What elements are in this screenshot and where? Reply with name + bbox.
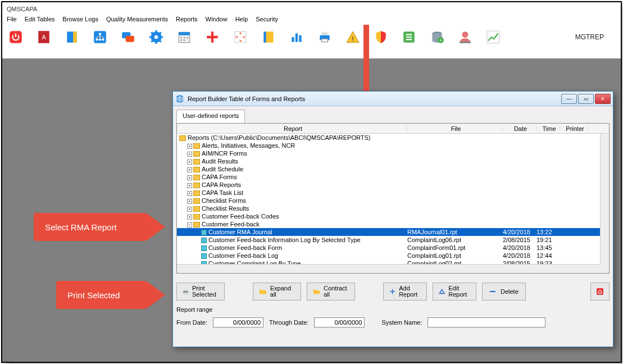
tree-row[interactable]: +Customer Feed-back Codes bbox=[177, 212, 609, 220]
vertical-scrollbar[interactable] bbox=[600, 134, 609, 264]
maximize-button[interactable]: ▭ bbox=[578, 94, 594, 104]
menu-reports[interactable]: Reports bbox=[176, 16, 198, 22]
chat-icon[interactable] bbox=[120, 29, 136, 45]
print-selected-button[interactable]: Print Selected bbox=[176, 283, 225, 301]
svg-point-13 bbox=[154, 35, 158, 39]
svg-text:!: ! bbox=[352, 35, 354, 43]
svg-rect-11 bbox=[126, 36, 134, 42]
plus-icon[interactable] bbox=[204, 29, 220, 45]
tree-row[interactable]: +Alerts, Initiatives, Messages, NCR bbox=[177, 142, 609, 149]
svg-point-6 bbox=[99, 33, 101, 35]
contacts-icon[interactable] bbox=[261, 29, 276, 45]
menu-file[interactable]: File bbox=[7, 16, 17, 22]
svg-rect-24 bbox=[292, 37, 294, 42]
printer-icon[interactable] bbox=[317, 29, 333, 45]
tree-row[interactable]: +Checklist Forms bbox=[177, 197, 609, 204]
svg-rect-43 bbox=[184, 292, 187, 294]
tree-row[interactable]: +Audit Results bbox=[177, 157, 609, 165]
tree-row[interactable]: +Checklist Results bbox=[177, 204, 609, 212]
callout-select-rma: Select RMA Report bbox=[34, 213, 146, 241]
tree-row[interactable]: +CAPA Task List bbox=[177, 189, 609, 197]
folder-open-icon bbox=[259, 287, 267, 296]
svg-rect-20 bbox=[184, 39, 185, 40]
minimize-button[interactable]: — bbox=[561, 94, 577, 104]
svg-rect-29 bbox=[322, 39, 328, 42]
col-header-time[interactable]: Time bbox=[536, 125, 560, 132]
list-icon[interactable] bbox=[401, 29, 417, 45]
report-range-label: Report range bbox=[176, 306, 610, 313]
bar-chart-icon[interactable] bbox=[289, 29, 304, 45]
from-date-input[interactable] bbox=[213, 317, 263, 327]
callout-print-selected: Print Selected bbox=[56, 281, 146, 309]
menubar: File Edit Tables Browse Logs Quality Mea… bbox=[2, 13, 621, 26]
through-date-input[interactable] bbox=[314, 317, 365, 327]
menu-browse-logs[interactable]: Browse Logs bbox=[62, 16, 98, 22]
tree-row[interactable]: +CAPA Forms bbox=[177, 173, 609, 181]
svg-rect-28 bbox=[322, 32, 328, 35]
svg-point-7 bbox=[96, 38, 98, 40]
expand-all-button[interactable]: Expand all bbox=[253, 283, 301, 301]
menu-security[interactable]: Security bbox=[256, 16, 278, 22]
move-icon[interactable] bbox=[233, 29, 248, 45]
svg-point-8 bbox=[99, 38, 101, 40]
system-name-input[interactable] bbox=[428, 317, 545, 327]
tab-user-defined-reports[interactable]: User-defined reports bbox=[176, 110, 245, 123]
add-report-button[interactable]: Add Report bbox=[383, 283, 427, 301]
svg-point-35 bbox=[462, 31, 469, 38]
edit-report-button[interactable]: Edit Report bbox=[433, 283, 476, 301]
tree-row[interactable]: Customer Complaint Log By TypeComplaintL… bbox=[177, 260, 609, 264]
close-dialog-button[interactable] bbox=[590, 283, 610, 301]
col-header-report[interactable]: Report bbox=[177, 125, 407, 132]
svg-text:+: + bbox=[439, 38, 442, 43]
tree-row[interactable]: +CAPA Reports bbox=[177, 181, 609, 189]
workspace: Report Builder Table of Forms and Report… bbox=[2, 58, 621, 362]
close-button[interactable]: ✕ bbox=[595, 94, 611, 104]
tree-row[interactable]: −Customer Feed-back bbox=[177, 220, 609, 228]
svg-rect-16 bbox=[181, 37, 182, 38]
minus-icon bbox=[488, 287, 497, 296]
col-header-date[interactable]: Date bbox=[503, 125, 536, 132]
tree-row[interactable]: Reports (C:\Users\Public\Documents\ABCI\… bbox=[177, 134, 609, 142]
org-chart-icon[interactable] bbox=[92, 29, 108, 45]
svg-rect-25 bbox=[295, 34, 298, 42]
power-icon[interactable] bbox=[8, 29, 24, 45]
menu-help[interactable]: Help bbox=[235, 16, 248, 22]
menu-window[interactable]: Window bbox=[206, 16, 228, 22]
svg-rect-15 bbox=[179, 32, 190, 35]
tree-row[interactable]: Customer Feed-back FormComplaintForm01.r… bbox=[177, 244, 609, 252]
tree-row[interactable]: +AIM/NCR Forms bbox=[177, 149, 609, 157]
tree-row[interactable]: Customer RMA JournalRMAJournal01.rpt4/20… bbox=[177, 228, 609, 236]
menu-edit-tables[interactable]: Edit Tables bbox=[25, 16, 55, 22]
menu-quality-measurements[interactable]: Quality Measurements bbox=[106, 16, 168, 22]
power-icon bbox=[597, 287, 603, 296]
notebook-icon[interactable] bbox=[64, 29, 80, 45]
trend-chart-icon[interactable] bbox=[485, 29, 501, 45]
tree-row[interactable]: Customer Feed-back LogComplaintLog01.rpt… bbox=[177, 252, 609, 260]
tree-row[interactable]: +Audit Schedule bbox=[177, 165, 609, 173]
system-name-label: System Name: bbox=[381, 319, 422, 326]
contract-all-button[interactable]: Contract all bbox=[307, 283, 355, 301]
col-header-printer[interactable]: Printer bbox=[560, 125, 588, 132]
plus-icon bbox=[389, 287, 395, 296]
svg-rect-37 bbox=[487, 31, 499, 43]
svg-point-9 bbox=[102, 38, 104, 40]
col-header-file[interactable]: File bbox=[407, 125, 503, 132]
user-icon[interactable] bbox=[457, 29, 473, 45]
database-icon[interactable]: + bbox=[429, 29, 445, 45]
dialog-titlebar[interactable]: Report Builder Table of Forms and Report… bbox=[173, 92, 613, 106]
horizontal-scrollbar[interactable] bbox=[177, 264, 600, 273]
dialog-title: Report Builder Table of Forms and Report… bbox=[188, 95, 561, 102]
svg-rect-19 bbox=[181, 39, 182, 40]
toolbar: A ! + MGTREP bbox=[2, 26, 621, 51]
user-label: MGTREP bbox=[575, 33, 604, 41]
svg-rect-4 bbox=[73, 31, 77, 43]
report-tree: Report File Date Time Printer Reports (C… bbox=[176, 123, 610, 274]
gear-icon[interactable] bbox=[148, 29, 164, 45]
svg-text:A: A bbox=[42, 34, 46, 40]
svg-rect-36 bbox=[460, 42, 471, 43]
delete-button[interactable]: Delete bbox=[482, 283, 526, 301]
globe-icon bbox=[175, 94, 184, 103]
pdf-icon[interactable]: A bbox=[36, 29, 52, 45]
calendar-icon[interactable] bbox=[176, 29, 192, 45]
tree-row[interactable]: Customer Feed-back Information Log By Se… bbox=[177, 236, 609, 244]
